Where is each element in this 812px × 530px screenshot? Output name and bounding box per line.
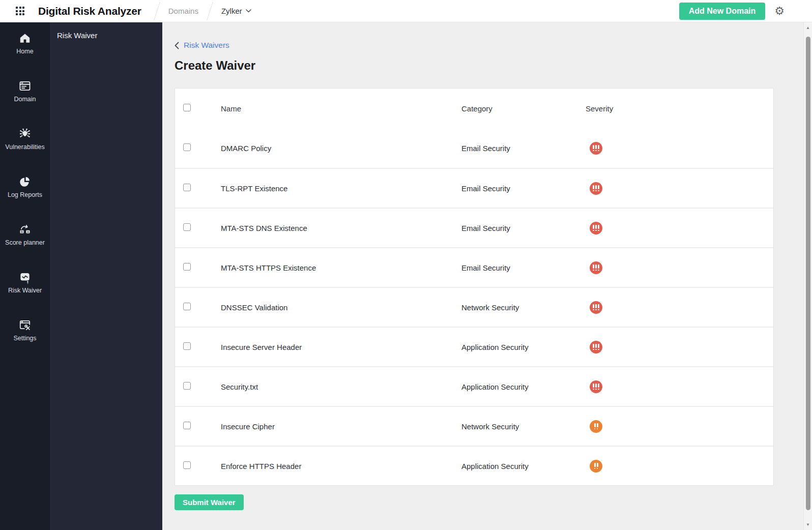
row-category: Application Security [461, 462, 586, 470]
back-link[interactable]: Risk Waivers [175, 41, 229, 50]
table-row: Security.txt Application Security [175, 366, 773, 406]
sidebar-item-label: Home [16, 48, 33, 55]
row-name: DNSSEC Validation [221, 303, 461, 312]
table-row: DNSSEC Validation Network Security [175, 287, 773, 327]
domain-selector[interactable]: Zylker [221, 7, 251, 15]
severity-icon [590, 182, 602, 195]
sidebar-item-label: Log Reports [8, 191, 42, 198]
sidebar-item-label: Settings [13, 335, 36, 342]
severity-icon [590, 301, 602, 314]
top-bar: Digital Risk Analyzer Domains Zylker Add… [0, 0, 812, 22]
sidebar-item-domain[interactable]: Domain [0, 74, 50, 122]
row-category: Email Security [461, 263, 586, 272]
home-icon [18, 32, 32, 45]
breadcrumb-separator [154, 2, 160, 20]
row-category: Email Security [461, 224, 586, 232]
sidebar-item-home[interactable]: Home [0, 26, 50, 74]
table-body: DMARC Policy Email Security TLS-RPT Exis… [175, 128, 773, 485]
row-category: Email Security [461, 144, 586, 153]
row-checkbox[interactable] [183, 223, 191, 231]
page-title: Create Waiver [175, 58, 812, 73]
row-name: Security.txt [221, 382, 461, 391]
settings-icon [18, 318, 32, 332]
table-header-row: Name Category Severity [175, 89, 773, 128]
log-reports-icon [18, 175, 32, 188]
panel-title: Risk Waiver [50, 22, 162, 40]
row-category: Application Security [461, 343, 586, 351]
vertical-scrollbar[interactable]: ▲ ▼ [803, 22, 812, 530]
severity-icon [590, 341, 602, 354]
row-checkbox[interactable] [183, 143, 191, 151]
submit-waiver-button[interactable]: Submit Waiver [175, 494, 244, 510]
main-content: Risk Waivers Create Waiver Name Category… [162, 22, 812, 530]
sidebar: Home Domain [0, 22, 50, 530]
severity-icon [590, 420, 602, 433]
sidebar-item-vulnerabilities[interactable]: Vulnerabilities [0, 122, 50, 170]
table-row: Enforce HTTPS Header Application Securit… [175, 446, 773, 485]
row-name: Enforce HTTPS Header [221, 462, 461, 470]
severity-icon [590, 460, 602, 473]
row-checkbox[interactable] [183, 422, 191, 429]
breadcrumb-separator [207, 2, 213, 20]
add-new-domain-button[interactable]: Add New Domain [679, 3, 766, 20]
scroll-up-arrow-icon[interactable]: ▲ [804, 25, 812, 30]
column-header-name: Name [221, 104, 461, 113]
row-checkbox[interactable] [183, 303, 191, 310]
column-header-severity: Severity [586, 104, 773, 113]
row-checkbox[interactable] [183, 184, 191, 191]
severity-icon [590, 261, 602, 274]
sidebar-item-score-planner[interactable]: D A Score planner [0, 218, 50, 266]
sidebar-item-risk-waiver[interactable]: Risk Waiver [0, 266, 50, 313]
breadcrumb-domains[interactable]: Domains [168, 7, 198, 15]
severity-icon [590, 142, 602, 155]
row-category: Network Security [461, 422, 586, 431]
app-title: Digital Risk Analyzer [38, 5, 141, 17]
row-name: TLS-RPT Existence [221, 184, 461, 193]
table-row: MTA-STS HTTPS Existence Email Security [175, 247, 773, 287]
risk-waiver-icon [18, 271, 32, 284]
row-category: Email Security [461, 184, 586, 193]
severity-icon [590, 380, 602, 393]
sidebar-item-label: Vulnerabilities [5, 143, 44, 151]
row-checkbox[interactable] [183, 382, 191, 390]
waiver-table: Name Category Severity DMARC Policy Emai… [175, 88, 774, 486]
severity-icon [590, 222, 602, 234]
row-name: MTA-STS DNS Existence [221, 224, 461, 232]
row-category: Application Security [461, 382, 586, 391]
gear-icon[interactable]: ⚙ [774, 6, 785, 17]
back-link-label: Risk Waivers [184, 41, 229, 50]
row-category: Network Security [461, 303, 586, 312]
svg-text:A: A [27, 230, 29, 233]
table-row: Insecure Cipher Network Security [175, 406, 773, 446]
sidebar-item-log-reports[interactable]: Log Reports [0, 170, 50, 218]
table-row: DMARC Policy Email Security [175, 128, 773, 168]
secondary-panel: Risk Waiver [50, 22, 162, 530]
row-checkbox[interactable] [183, 461, 191, 469]
app-launcher-icon[interactable] [16, 7, 24, 15]
domain-icon [18, 79, 32, 93]
domain-selector-label: Zylker [221, 7, 242, 15]
table-row: Insecure Server Header Application Secur… [175, 327, 773, 366]
chevron-down-icon [246, 9, 251, 13]
sidebar-item-label: Score planner [5, 239, 45, 246]
scrollbar-thumb[interactable] [806, 37, 810, 510]
row-name: MTA-STS HTTPS Existence [221, 263, 461, 272]
select-all-checkbox[interactable] [183, 104, 191, 111]
row-checkbox[interactable] [183, 263, 191, 271]
vulnerabilities-icon [18, 127, 32, 140]
table-row: MTA-STS DNS Existence Email Security [175, 208, 773, 247]
row-name: Insecure Cipher [221, 422, 461, 431]
sidebar-item-label: Risk Waiver [8, 287, 42, 294]
chevron-left-icon [175, 42, 179, 49]
row-name: DMARC Policy [221, 144, 461, 153]
score-planner-icon: D A [18, 223, 32, 236]
column-header-category: Category [461, 104, 586, 113]
scroll-down-arrow-icon[interactable]: ▼ [804, 522, 812, 527]
row-checkbox[interactable] [183, 342, 191, 350]
row-name: Insecure Server Header [221, 343, 461, 351]
table-row: TLS-RPT Existence Email Security [175, 168, 773, 208]
sidebar-item-label: Domain [14, 96, 36, 103]
svg-text:D: D [21, 230, 23, 233]
sidebar-item-settings[interactable]: Settings [0, 313, 50, 361]
